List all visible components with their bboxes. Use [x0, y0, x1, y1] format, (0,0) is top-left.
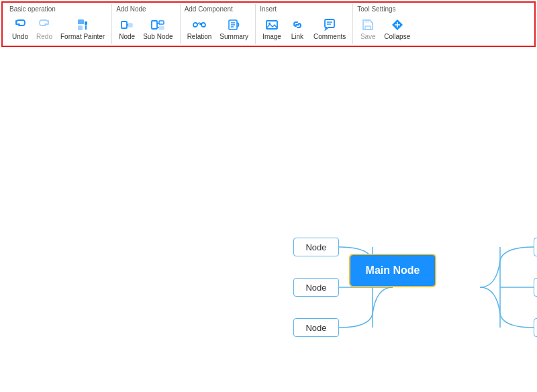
svg-point-11: [193, 23, 197, 27]
group-label-insert: Insert: [260, 5, 348, 13]
save-label: Save: [360, 33, 376, 40]
image-icon: [264, 17, 279, 32]
link-label: Link: [291, 33, 303, 40]
comments-icon: [322, 17, 337, 32]
format-painter-button[interactable]: Format Painter: [58, 16, 107, 42]
summary-button[interactable]: Summary: [217, 16, 251, 42]
svg-rect-23: [365, 26, 371, 30]
svg-rect-4: [128, 23, 132, 27]
node-icon: [119, 17, 134, 32]
insert-items: Image Link: [260, 14, 348, 43]
toolbar-group-basic-operation: Basic operation Undo Redo: [5, 4, 111, 44]
svg-rect-8: [159, 26, 164, 30]
group-label-add-node: Add Node: [116, 5, 175, 13]
left-node-2[interactable]: Node: [293, 278, 339, 297]
tool-settings-items: Save Collapse: [357, 14, 413, 43]
undo-button[interactable]: Undo: [9, 16, 31, 42]
group-label-basic: Basic operation: [9, 5, 107, 13]
save-icon: [360, 17, 375, 32]
canvas: Main Node Node Node Node Node Node Node: [0, 48, 537, 392]
undo-label: Undo: [12, 33, 28, 40]
collapse-button[interactable]: Collapse: [381, 16, 413, 42]
collapse-label: Collapse: [384, 33, 410, 40]
svg-rect-7: [159, 21, 164, 24]
left-node-1-label: Node: [305, 242, 326, 252]
add-component-items: Relation Summary: [185, 14, 252, 43]
relation-label: Relation: [187, 33, 212, 40]
redo-icon: [37, 17, 52, 32]
summary-label: Summary: [219, 33, 248, 40]
svg-rect-1: [78, 26, 83, 30]
main-node[interactable]: Main Node: [349, 254, 436, 287]
format-painter-icon: [75, 17, 90, 32]
summary-icon: [227, 17, 242, 32]
main-node-label: Main Node: [366, 264, 420, 277]
link-icon: [290, 17, 305, 32]
svg-rect-0: [78, 19, 84, 24]
add-node-items: Node Sub Node: [116, 14, 175, 43]
collapse-icon: [390, 17, 405, 32]
svg-rect-3: [121, 21, 127, 28]
redo-button[interactable]: Redo: [34, 16, 55, 42]
sub-node-button[interactable]: Sub Node: [140, 16, 175, 42]
left-node-1[interactable]: Node: [293, 238, 339, 256]
save-button[interactable]: Save: [357, 16, 379, 42]
format-painter-label: Format Painter: [60, 33, 105, 40]
group-label-tool-settings: Tool Settings: [357, 5, 413, 13]
comments-button[interactable]: Comments: [311, 16, 348, 42]
image-label: Image: [262, 33, 281, 40]
basic-operation-items: Undo Redo Format Pain: [9, 14, 107, 43]
svg-rect-18: [266, 21, 277, 29]
left-node-3-label: Node: [305, 323, 326, 333]
sub-node-icon: [150, 17, 165, 32]
group-label-add-component: Add Component: [185, 5, 252, 13]
relation-button[interactable]: Relation: [185, 16, 215, 42]
svg-rect-24: [365, 20, 369, 23]
redo-label: Redo: [36, 33, 52, 40]
left-node-3[interactable]: Node: [293, 318, 339, 337]
toolbar: Basic operation Undo Redo: [1, 1, 536, 47]
node-button[interactable]: Node: [116, 16, 138, 42]
link-button[interactable]: Link: [287, 16, 308, 42]
sub-node-label: Sub Node: [143, 33, 173, 40]
toolbar-group-insert: Insert Image: [255, 4, 352, 44]
comments-label: Comments: [313, 33, 346, 40]
left-node-2-label: Node: [305, 283, 326, 293]
undo-icon: [13, 17, 28, 32]
svg-rect-6: [152, 21, 157, 29]
toolbar-group-tool-settings: Tool Settings Save: [352, 4, 417, 44]
node-label: Node: [119, 33, 135, 40]
toolbar-group-add-component: Add Component Relation: [180, 4, 256, 44]
image-button[interactable]: Image: [260, 16, 284, 42]
right-node-1[interactable]: Node: [534, 238, 537, 256]
relation-icon: [192, 17, 207, 32]
right-node-3[interactable]: Node: [534, 318, 537, 337]
toolbar-group-add-node: Add Node Node: [111, 4, 179, 44]
right-node-2[interactable]: Node: [534, 278, 537, 297]
